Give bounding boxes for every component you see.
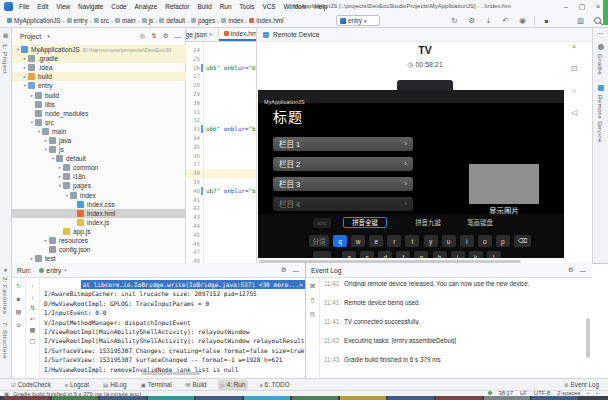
screenshot-icon[interactable]: ⊡: [571, 64, 578, 73]
tree-item--idea[interactable]: ▸.idea: [12, 63, 186, 72]
tv-list-item[interactable]: 栏目 2›: [273, 157, 413, 171]
code-editor[interactable]: 2425262728293031323334353637383940414243…: [186, 42, 256, 263]
menu-edit[interactable]: Edit: [33, 0, 52, 13]
tool-window-button-logcat[interactable]: ≡Logcat: [62, 380, 92, 390]
breadcrumb-item[interactable]: pages: [191, 17, 215, 24]
expand-icon[interactable]: ⇅: [30, 303, 35, 313]
clear-icon[interactable]: ▢: [30, 336, 36, 346]
menu-vcs[interactable]: VCS: [258, 0, 279, 13]
horizontal-scrollbar[interactable]: [142, 372, 200, 375]
tool-window-button-hilog[interactable]: ▤HiLog: [100, 380, 130, 390]
maximize-icon[interactable]: ▢: [574, 0, 590, 13]
tree-item-index[interactable]: ▾index: [12, 191, 186, 200]
breadcrumb-item[interactable]: entry: [67, 17, 88, 24]
chevron-down-icon[interactable]: ▾: [47, 33, 50, 39]
keyboard-key-r[interactable]: r: [387, 235, 401, 247]
tool-tab-remote-device[interactable]: Remote Device: [593, 85, 608, 143]
tree-item-index-js[interactable]: index.js: [12, 218, 186, 227]
revert-icon[interactable]: ↶: [500, 16, 511, 25]
breadcrumb-item[interactable]: src: [94, 17, 109, 24]
locate-icon[interactable]: ◎: [140, 32, 146, 40]
tree-item-index-hml[interactable]: index.hml: [12, 209, 186, 218]
keyboard-key-y[interactable]: y: [424, 235, 438, 247]
menu-run[interactable]: Run: [216, 0, 236, 13]
tool-window-button-codecheck[interactable]: ☑CodeCheck: [8, 380, 54, 390]
menu-code[interactable]: Code: [107, 0, 130, 13]
mark-icon[interactable]: ⊠: [310, 281, 315, 291]
menu-tools[interactable]: Tools: [235, 0, 258, 13]
keyboard-key-s[interactable]: s: [360, 251, 374, 258]
stop-icon[interactable]: ■: [17, 294, 21, 304]
tv-list-item[interactable]: 栏目 1›: [273, 137, 413, 151]
stop-icon[interactable]: ■: [541, 18, 552, 24]
breadcrumb-item[interactable]: js: [142, 17, 154, 24]
breadcrumb-item[interactable]: MyApplicationJS: [7, 17, 61, 24]
menu-refactor[interactable]: Refactor: [161, 0, 193, 13]
device-manager-icon[interactable]: ▥: [575, 16, 586, 25]
tree-item-entry[interactable]: ▾entry: [12, 81, 186, 90]
close-icon[interactable]: ×: [572, 42, 577, 51]
keyboard-key-h[interactable]: h: [433, 251, 447, 258]
wrap-icon[interactable]: ↩: [30, 314, 35, 324]
layout-icon[interactable]: ▤: [16, 307, 22, 317]
keyboard-key-o[interactable]: o: [478, 235, 492, 247]
menu-view[interactable]: View: [52, 0, 74, 13]
up-icon[interactable]: ↑: [31, 281, 34, 291]
tv-list-item[interactable]: 栏目 3›: [273, 177, 413, 191]
menu-navigate[interactable]: Navigate: [74, 0, 107, 13]
tree-item-index-css[interactable]: index.css: [12, 200, 186, 209]
remote-device-title[interactable]: Remote Device: [273, 31, 319, 38]
tab-package-json[interactable]: package.json ×: [186, 28, 219, 41]
keyboard-key-a[interactable]: a: [342, 251, 356, 258]
menu-analyze[interactable]: Analyze: [131, 0, 162, 13]
run-tab-label[interactable]: entry: [46, 267, 61, 274]
tool-tab-structure[interactable]: 7: Structure: [2, 322, 9, 359]
tree-item-java[interactable]: ▸java: [12, 136, 186, 145]
tree-item-common[interactable]: ▸common: [12, 163, 186, 172]
breadcrumb-item[interactable]: main: [115, 17, 136, 24]
keyboard-tab[interactable]: 拼音九键: [409, 217, 447, 228]
tv-list-item[interactable]: 栏目 4›: [273, 197, 413, 211]
word-segment-key[interactable]: 分词: [309, 235, 329, 247]
tree-item-build[interactable]: ▸build: [12, 72, 186, 81]
print-icon[interactable]: ▦: [30, 325, 36, 335]
close-run-tab-icon[interactable]: ×: [63, 267, 67, 273]
close-tab-icon[interactable]: ×: [209, 31, 213, 38]
keyboard-key-t[interactable]: t: [405, 235, 419, 247]
project-tree[interactable]: ▾MyApplicationJSD:\harmonyos\projects\De…: [12, 45, 186, 263]
keyboard-mode-key[interactable]: [313, 251, 331, 258]
keyboard-key-j[interactable]: j: [451, 251, 465, 258]
tool-window-button-6--todo[interactable]: ≡6: TODO: [256, 380, 292, 390]
vertical-scrollbar[interactable]: [586, 318, 590, 358]
rerun-icon[interactable]: ↻: [16, 281, 21, 291]
gear-icon[interactable]: ⚙: [281, 266, 287, 274]
minimize-icon[interactable]: –: [558, 0, 574, 13]
filter-icon[interactable]: ◎: [310, 309, 315, 319]
run-configuration-select[interactable]: entry ▾: [336, 15, 380, 26]
tree-item-i18n[interactable]: ▸i18n: [12, 172, 186, 181]
profile-icon[interactable]: ◉: [517, 16, 528, 25]
tool-window-button-build[interactable]: ⚒Build: [183, 380, 210, 390]
tool-tab-gradle[interactable]: Gradle: [593, 44, 608, 75]
breadcrumb-item[interactable]: index: [221, 17, 243, 24]
back-icon[interactable]: ◁: [571, 108, 577, 117]
keyboard-mode-pill[interactable]: abc: [313, 218, 331, 228]
breadcrumb-item[interactable]: index.hml: [249, 17, 283, 24]
tool-window-button-event-log[interactable]: ⊛Event Log: [561, 380, 602, 390]
tree-item-resources[interactable]: ▸resources: [12, 236, 186, 245]
tree-item-default[interactable]: ▾default: [12, 154, 186, 163]
tree-item-pages[interactable]: ▾pages: [12, 181, 186, 190]
tool-tab-favorites[interactable]: 2: Favorites: [2, 277, 9, 314]
trash-icon[interactable]: ▯: [311, 295, 314, 305]
gear-icon[interactable]: ⚙: [568, 266, 574, 274]
editor-area[interactable]: package.json × index.hml 242526272829303…: [186, 28, 256, 263]
menu-file[interactable]: File: [15, 0, 33, 13]
keyboard-key-p[interactable]: p: [496, 235, 510, 247]
power-icon[interactable]: ○: [572, 86, 577, 95]
hide-panel-icon[interactable]: —: [580, 267, 587, 274]
tree-item-app-js[interactable]: app.js: [12, 227, 186, 236]
hide-panel-icon[interactable]: —: [175, 33, 182, 40]
collapse-all-icon[interactable]: ⇅: [151, 32, 156, 40]
mute-icon[interactable]: ⊘: [16, 320, 21, 330]
tree-item-test[interactable]: ▸test: [12, 254, 186, 263]
